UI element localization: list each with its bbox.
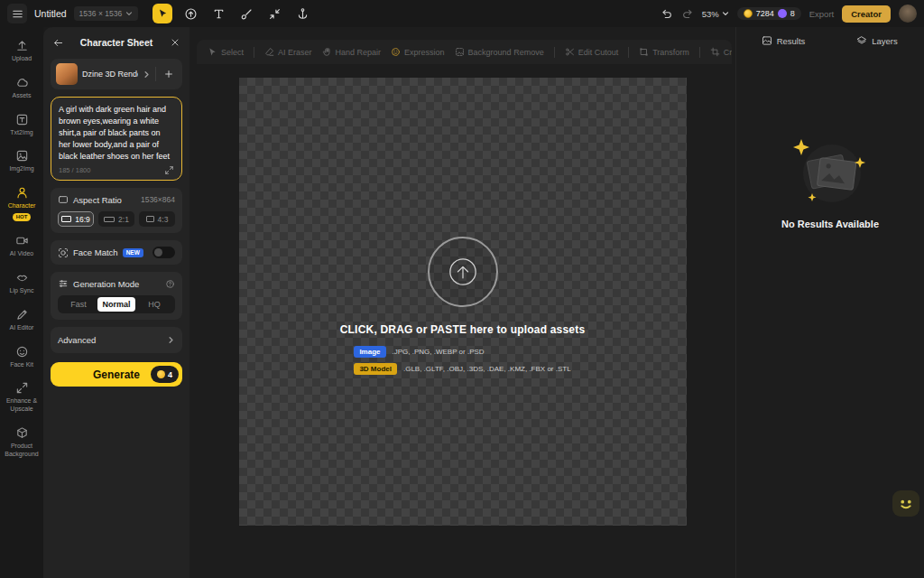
undo-button[interactable] <box>661 7 673 20</box>
redo-button[interactable] <box>681 7 694 20</box>
document-title[interactable]: Untitled <box>34 8 67 19</box>
face-match-toggle[interactable] <box>152 247 175 258</box>
help-button[interactable] <box>165 279 175 289</box>
sidebar-item-face-kit[interactable]: Face Kit <box>0 339 43 376</box>
hand-repair-label: Hand Repair <box>336 48 382 57</box>
advanced-section-toggle[interactable]: Advanced <box>51 327 182 353</box>
sidebar-item-assets[interactable]: Assets <box>0 70 43 107</box>
collapse-arrows-icon <box>268 7 282 21</box>
creator-button[interactable]: Creator <box>842 5 891 23</box>
help-icon <box>165 279 175 289</box>
user-avatar[interactable] <box>899 5 917 23</box>
character-avatar <box>56 63 78 85</box>
tab-layers[interactable]: Layers <box>830 35 924 46</box>
expand-prompt-button[interactable] <box>164 165 174 175</box>
aspect-ratio-label: Aspect Ratio <box>73 195 122 205</box>
sidebar-item-txt2img[interactable]: Txt2Img <box>0 107 43 144</box>
credits-pill[interactable]: 7284 8 <box>737 7 801 20</box>
right-panel-tabs: Results Layers <box>736 27 924 54</box>
crop-tool[interactable]: Crop <box>710 47 732 57</box>
export-button[interactable]: Export <box>809 9 834 19</box>
generation-mode-options: Fast Normal HQ <box>58 295 175 313</box>
sidebar-label: Product Background <box>2 443 42 459</box>
prompt-text[interactable]: A girl with dark green hair and brown ey… <box>59 104 174 163</box>
tab-results[interactable]: Results <box>736 35 830 46</box>
resize-tool-button[interactable] <box>264 4 284 23</box>
ratio-4-3-icon <box>146 216 154 222</box>
back-button[interactable] <box>51 35 65 50</box>
hand-repair-tool[interactable]: Hand Repair <box>322 47 382 57</box>
tab-layers-label: Layers <box>872 36 898 46</box>
pen-tool-button[interactable] <box>236 4 256 23</box>
sidebar-item-ai-editor[interactable]: AI Editor <box>0 302 43 339</box>
prompt-editor[interactable]: A girl with dark green hair and brown ey… <box>51 97 182 181</box>
transform-icon <box>639 47 649 57</box>
generate-label: Generate <box>93 368 140 381</box>
zoom-dropdown[interactable]: 53% <box>702 9 729 19</box>
face-match-card: Face Match NEW <box>51 240 182 265</box>
ratio-option-2-1[interactable]: 2:1 <box>98 211 134 227</box>
sidebar-item-lip-sync[interactable]: Lip Sync <box>0 265 43 302</box>
edit-cutout-label: Edit Cutout <box>578 48 619 57</box>
sidebar-item-ai-video[interactable]: AI Video <box>0 228 43 265</box>
sidebar-item-character[interactable]: Character HOT <box>0 180 43 228</box>
empty-results-state: No Results Available <box>736 137 924 229</box>
no-results-text: No Results Available <box>781 219 879 229</box>
redo-icon <box>681 7 694 20</box>
sidebar-item-product-background[interactable]: Product Background <box>0 420 43 465</box>
edit-cutout-tool[interactable]: Edit Cutout <box>565 47 619 57</box>
image-formats-text: .JPG, .PNG, .WEBP or .PSD <box>393 348 485 356</box>
sidebar-item-enhance-upscale[interactable]: Enhance & Upscale <box>0 375 43 420</box>
sidebar-item-upload[interactable]: Upload <box>0 33 43 70</box>
chat-widget-button[interactable] <box>892 490 919 517</box>
select-tool[interactable]: Select <box>208 47 244 57</box>
mode-option-normal[interactable]: Normal <box>97 297 135 312</box>
sidebar-item-img2img[interactable]: Img2Img <box>0 143 43 180</box>
canvas-area: Select AI Eraser Hand Repair Expression … <box>189 27 735 578</box>
toggle-knob <box>154 248 162 256</box>
aspect-ratio-card: Aspect Ratio 1536×864 16:9 2:1 4:3 <box>51 188 182 233</box>
upload-tool-button[interactable] <box>180 4 200 23</box>
upload-target-button[interactable] <box>428 237 498 307</box>
main-menu-button[interactable] <box>7 4 27 23</box>
pointer-tool-button[interactable] <box>152 4 172 23</box>
select-label: Select <box>221 48 244 57</box>
no-results-illustration <box>790 137 871 208</box>
ratio-option-16-9[interactable]: 16:9 <box>58 211 94 227</box>
select-cursor-icon <box>208 47 217 57</box>
app-window: Untitled 1536 × 1536 <box>0 0 924 578</box>
add-character-button[interactable] <box>161 66 177 82</box>
generate-cost-value: 4 <box>168 370 172 379</box>
upload-instruction-text: CLICK, DRAG or PASTE here to upload asse… <box>340 323 586 336</box>
image-formats-row: Image .JPG, .PNG, .WEBP or .PSD <box>354 346 484 358</box>
sidebar-label: Character <box>8 202 36 210</box>
expression-tool[interactable]: Expression <box>391 47 445 57</box>
canvas-size-value: 1536 × 1536 <box>79 9 123 18</box>
crop-icon <box>710 47 720 57</box>
sidebar-label: Assets <box>12 92 31 100</box>
toolbar-divider <box>254 47 254 58</box>
background-remove-tool[interactable]: Background Remove <box>455 47 544 57</box>
text-tool-button[interactable] <box>208 4 228 23</box>
generate-button[interactable]: Generate 4 <box>51 362 182 387</box>
ratio-label: 4:3 <box>158 215 169 224</box>
canvas-dropzone[interactable]: CLICK, DRAG or PASTE here to upload asse… <box>239 78 687 526</box>
close-panel-button[interactable] <box>168 35 182 50</box>
mode-option-fast[interactable]: Fast <box>60 297 97 312</box>
magic-wand-icon <box>15 308 29 322</box>
panel-title: Character Sheet <box>65 37 168 48</box>
expand-arrows-icon <box>15 381 29 395</box>
ai-eraser-tool[interactable]: AI Eraser <box>264 47 312 57</box>
canvas-size-dropdown[interactable]: 1536 × 1536 <box>74 6 139 21</box>
character-sheet-panel: Character Sheet Dzine 3D Render ... A gi… <box>43 27 189 578</box>
character-selector[interactable]: Dzine 3D Render ... <box>51 59 182 89</box>
face-scan-icon <box>58 247 69 258</box>
toolbar-divider <box>554 47 555 58</box>
plus-icon <box>163 69 174 79</box>
anchor-tool-button[interactable] <box>292 4 312 23</box>
model-badge: 3D Model <box>354 363 397 375</box>
transform-tool[interactable]: Transform <box>639 47 689 57</box>
anchor-icon <box>296 7 310 21</box>
ratio-option-4-3[interactable]: 4:3 <box>139 211 175 227</box>
mode-option-hq[interactable]: HQ <box>135 297 173 312</box>
